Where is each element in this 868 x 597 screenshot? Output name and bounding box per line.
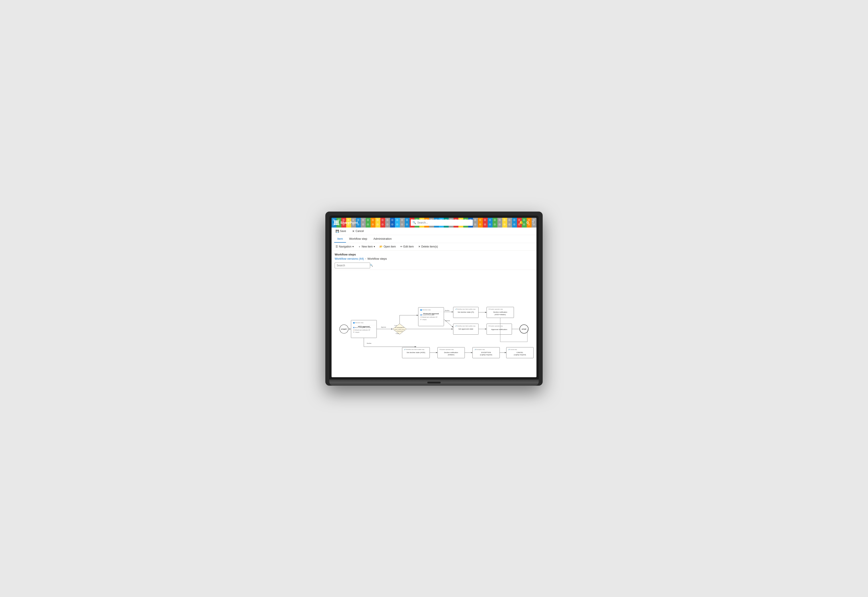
svg-text:Set decline state (FI): Set decline state (FI) [458, 311, 474, 313]
save-label: Save [340, 230, 346, 233]
global-search-box[interactable]: 🔍 [411, 220, 473, 226]
svg-text:Decline: Decline [367, 342, 371, 344]
navigation-chevron: ▾ [352, 245, 354, 248]
screen: SharePoint 🔍 🔔 ⚙ ? [332, 218, 536, 377]
svg-text:(Laptop request): (Laptop request) [480, 354, 492, 356]
open-item-icon: 📂 [380, 245, 383, 248]
breadcrumb: Workflow versions (44) › Workflow steps [335, 257, 533, 260]
search-area: 🔍 [367, 220, 516, 226]
open-item-label: Open item [384, 245, 396, 248]
breadcrumb-current: Workflow steps [368, 257, 387, 260]
svg-text:📋 Default task notification S: 📋 Default task notification SP [420, 316, 437, 318]
app-name: SharePoint [340, 221, 358, 224]
waffle-icon[interactable] [334, 220, 339, 225]
svg-text:👥 Decision step: 👥 Decision step [420, 309, 431, 311]
svg-text:🔗 Workflow item field modifie: 🔗 Workflow item field modifier step [404, 348, 424, 350]
svg-text:False: False [396, 333, 399, 334]
laptop-notch [427, 382, 441, 383]
svg-text:⚙ System operation step: ⚙ System operation step [488, 325, 503, 327]
svg-text:= Workstation: = Workstation [396, 331, 403, 332]
edit-item-button[interactable]: ✏ Edit item [399, 244, 415, 249]
new-item-chevron: ▾ [374, 245, 375, 248]
svg-text:Approve: Approve [445, 320, 450, 321]
logo-area: SharePoint [332, 220, 367, 225]
laptop-base [329, 379, 539, 386]
svg-text:👤 Finance /SP principal: 👤 Finance /SP principal [420, 314, 434, 316]
save-icon: 💾 [335, 230, 339, 233]
settings-icon[interactable]: ⚙ [526, 220, 529, 225]
workflow-diagram: START 👥 Decision step HCD approval 👤 But… [334, 272, 534, 374]
tab-workflow-step[interactable]: Workflow step [346, 235, 370, 243]
svg-text:🔗 Workflow item field modifie: 🔗 Workflow item field modifier step [455, 325, 475, 327]
svg-text:(Laptop request): (Laptop request) [514, 354, 526, 356]
navigation-button[interactable]: ☰ Navigation ▾ [334, 244, 355, 249]
svg-text:👤 Butch Coolidge/SP principal: 👤 Butch Coolidge/SP principal [353, 327, 371, 328]
list-search-area: 🔍 [332, 261, 536, 270]
save-button[interactable]: 💾 Save [334, 229, 347, 234]
svg-text:⏱ 1 day(s): ⏱ 1 day(s) [353, 331, 359, 333]
svg-text:Decline notification: Decline notification [444, 351, 458, 353]
svg-text:Approve: Approve [381, 326, 386, 328]
svg-text:Decline: Decline [445, 310, 450, 311]
delete-item-label: Delete item(s) [421, 245, 438, 248]
svg-text:Laptop_x0030_type12: Laptop_x0030_type12 [394, 329, 405, 330]
global-search-input[interactable] [417, 221, 471, 224]
list-search-icon: 🔍 [370, 264, 373, 267]
tab-administration-label: Administration [374, 237, 392, 241]
tab-bar: Item Workflow step Administration [332, 235, 536, 243]
svg-text:⚙ System operation step: ⚙ System operation step [439, 349, 454, 350]
svg-text:📋 Default task notification S: 📋 Default task notification SP [353, 329, 370, 331]
page-title: Workflow steps [335, 253, 533, 256]
new-item-label: New item [362, 245, 373, 248]
svg-text:🔗 Cancel step: 🔗 Cancel step [508, 348, 517, 350]
svg-text:EXCEPTION: EXCEPTION [481, 351, 491, 353]
svg-text:Set approved state: Set approved state [458, 328, 473, 330]
svg-text:🔗 Exception step: 🔗 Exception step [475, 348, 485, 350]
cancel-button[interactable]: ✕ Cancel [351, 229, 365, 234]
list-search-box[interactable]: 🔍 [335, 263, 370, 268]
topbar-right-icons: 🔔 ⚙ ? [516, 220, 536, 225]
navigation-label: Navigation [339, 245, 352, 248]
search-icon: 🔍 [412, 221, 416, 224]
delete-item-button[interactable]: ✕ Delete item(s) [417, 244, 439, 249]
tab-item[interactable]: Item [334, 235, 346, 243]
screen-bezel: SharePoint 🔍 🔔 ⚙ ? [329, 215, 539, 379]
svg-text:👥 Decision step: 👥 Decision step [353, 322, 364, 324]
sub-command-bar: ☰ Navigation ▾ ＋ New item ▾ 📂 Open item [332, 243, 536, 251]
svg-text:True: True [394, 325, 397, 326]
diagram-area: START 👥 Decision step HCD approval 👤 But… [332, 270, 536, 377]
tab-administration[interactable]: Administration [370, 235, 395, 243]
help-icon[interactable]: ? [532, 221, 534, 225]
tab-item-label: Item [337, 237, 343, 241]
svg-text:Decline notification: Decline notification [493, 311, 507, 313]
delete-item-icon: ✕ [418, 245, 420, 248]
tab-workflow-step-label: Workflow step [349, 237, 367, 241]
svg-text:Is workstation?: Is workstation? [395, 327, 404, 328]
cancel-icon: ✕ [352, 230, 355, 233]
edit-item-icon: ✏ [400, 245, 402, 248]
svg-text:START: START [341, 328, 347, 330]
svg-text:CANCEL: CANCEL [516, 351, 523, 353]
topbar: SharePoint 🔍 🔔 ⚙ ? [332, 218, 536, 227]
open-item-button[interactable]: 📂 Open item [378, 244, 397, 249]
svg-text:(HOD+Initiator): (HOD+Initiator) [494, 313, 506, 315]
command-bar: 💾 Save ✕ Cancel [332, 227, 536, 235]
edit-item-label: Edit item [404, 245, 414, 248]
svg-text:⚙ System operation step: ⚙ System operation step [488, 308, 503, 310]
page-header: Workflow steps Workflow versions (44) › … [332, 251, 536, 261]
svg-text:Set decline state (HOD): Set decline state (HOD) [407, 351, 425, 353]
svg-text:⏱ 1 day(s): ⏱ 1 day(s) [420, 319, 426, 320]
laptop-frame: SharePoint 🔍 🔔 ⚙ ? [325, 212, 543, 386]
breadcrumb-separator: › [365, 257, 366, 260]
new-item-button[interactable]: ＋ New item ▾ [357, 244, 376, 249]
navigation-icon: ☰ [335, 245, 338, 248]
svg-text:🔗 Workflow item field modifie: 🔗 Workflow item field modifier step [455, 308, 475, 310]
svg-text:Approval notification: Approval notification [491, 328, 507, 330]
list-search-input[interactable] [337, 264, 370, 267]
sharepoint-app: SharePoint 🔍 🔔 ⚙ ? [332, 218, 536, 377]
svg-text:(Initiator): (Initiator) [448, 354, 454, 356]
svg-text:STOP: STOP [522, 328, 527, 330]
notification-icon[interactable]: 🔔 [519, 220, 523, 225]
cancel-label: Cancel [356, 230, 364, 233]
breadcrumb-parent[interactable]: Workflow versions (44) [335, 257, 364, 260]
